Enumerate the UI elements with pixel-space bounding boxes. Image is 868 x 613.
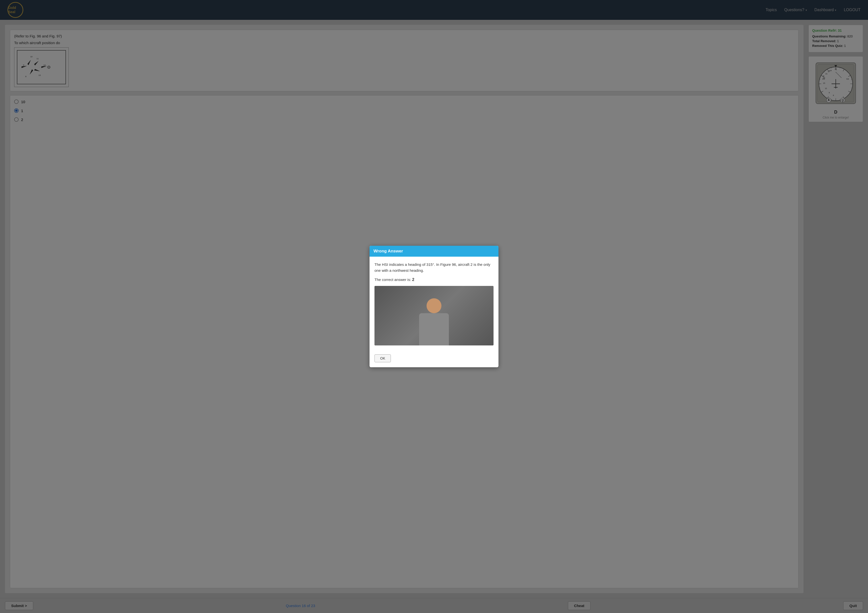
modal-correct-answer: The correct answer is: 2: [375, 277, 493, 282]
person-body: [419, 313, 449, 345]
modal-video: [375, 286, 493, 345]
wrong-answer-modal: Wrong Answer The HSI indicates a heading…: [369, 246, 499, 367]
modal-body: The HSI indicates a heading of 315°. In …: [369, 257, 499, 354]
modal-explanation: The HSI indicates a heading of 315°. In …: [375, 262, 493, 274]
video-placeholder: [375, 286, 493, 345]
modal-overlay[interactable]: Wrong Answer The HSI indicates a heading…: [0, 0, 868, 613]
person-head: [426, 298, 442, 313]
modal-footer: OK: [369, 354, 499, 367]
modal-header: Wrong Answer: [369, 246, 499, 257]
person-silhouette: [419, 298, 449, 345]
ok-button[interactable]: OK: [375, 354, 391, 362]
